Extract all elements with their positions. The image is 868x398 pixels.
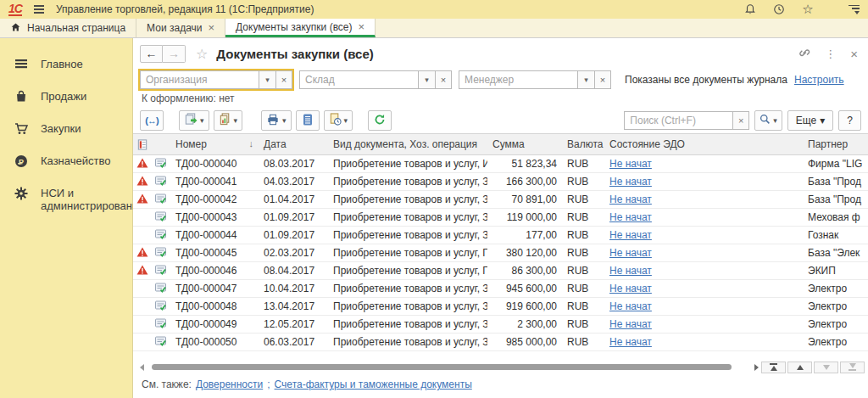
warehouse-clear-icon[interactable]: × bbox=[435, 70, 452, 89]
go-to-top-button[interactable] bbox=[761, 362, 786, 373]
column-edo-state[interactable]: Состояние ЭДО bbox=[604, 138, 803, 150]
edo-exchange-icon: (↔) bbox=[145, 115, 158, 126]
scrollbar-track[interactable] bbox=[147, 363, 751, 371]
edo-documents-button[interactable]: ▾ bbox=[324, 110, 353, 131]
edo-state-link[interactable]: Не начат bbox=[609, 283, 652, 294]
edo-state-link[interactable]: Не начат bbox=[609, 265, 652, 277]
table-row[interactable]: ТД00-000047 10.04.2017 Приобретение това… bbox=[133, 280, 868, 298]
back-button[interactable]: ← bbox=[140, 45, 163, 63]
scroll-right-icon[interactable] bbox=[753, 364, 760, 371]
see-also-row: См. также: Доверенности ; Счета-фактуры … bbox=[133, 373, 868, 392]
create-based-on-button[interactable]: ▾ bbox=[179, 110, 209, 131]
document-currency: RUB bbox=[562, 300, 604, 312]
warning-icon bbox=[136, 265, 148, 277]
table-row[interactable]: ТД00-000045 02.03.2017 Приобретение това… bbox=[133, 244, 868, 262]
warning-icon bbox=[136, 247, 148, 260]
sidebar-item-purchases[interactable]: Закупки bbox=[0, 113, 132, 145]
warehouse-input[interactable] bbox=[299, 70, 418, 89]
edo-exchange-button[interactable]: (↔) bbox=[140, 110, 164, 131]
scroll-up-button[interactable] bbox=[787, 362, 812, 373]
organization-filter: ▾ × bbox=[140, 70, 292, 89]
print-button[interactable]: ▾ bbox=[261, 110, 292, 131]
search-clear-icon[interactable]: × bbox=[732, 111, 749, 130]
edo-state-link[interactable]: Не начат bbox=[609, 176, 652, 188]
table-row[interactable]: ТД00-000046 08.04.2017 Приобретение това… bbox=[133, 262, 868, 280]
organization-clear-icon[interactable]: × bbox=[275, 70, 292, 89]
see-also-link-powers-of-attorney[interactable]: Доверенности bbox=[196, 378, 263, 390]
1c-logo[interactable]: 1С bbox=[8, 3, 22, 16]
more-actions-button[interactable]: Еще ▾ bbox=[787, 110, 833, 131]
scrollbar-thumb[interactable] bbox=[152, 364, 732, 370]
reports-button[interactable]: ▾ bbox=[214, 110, 243, 131]
column-sum[interactable]: Сумма bbox=[487, 138, 562, 150]
column-number[interactable]: Номер↓ bbox=[170, 138, 259, 150]
edo-state-link[interactable]: Не начат bbox=[609, 247, 652, 259]
edo-state-link[interactable]: Не начат bbox=[609, 193, 652, 205]
document-type: Приобретение товаров и услуг, Прие… bbox=[328, 247, 487, 259]
more-menu-icon[interactable]: ⋮ bbox=[825, 48, 836, 60]
edo-state-link[interactable]: Не начат bbox=[609, 229, 652, 241]
link-icon[interactable] bbox=[798, 46, 810, 61]
table-row[interactable]: ТД00-000044 01.09.2017 Приобретение това… bbox=[133, 227, 868, 244]
tab-my-tasks[interactable]: Мои задачи × bbox=[136, 19, 225, 37]
table-row[interactable]: ТД00-000041 04.03.2017 Приобретение това… bbox=[133, 173, 868, 191]
scroll-left-icon[interactable] bbox=[138, 364, 145, 371]
edo-state-link[interactable]: Не начат bbox=[609, 211, 652, 223]
reports-icon bbox=[219, 113, 231, 128]
search-field: × bbox=[624, 111, 749, 130]
edo-state-link[interactable]: Не начат bbox=[609, 318, 652, 330]
edo-state-link[interactable]: Не начат bbox=[609, 158, 652, 170]
scroll-down-button[interactable] bbox=[814, 362, 838, 373]
column-currency[interactable]: Валюта bbox=[562, 138, 604, 150]
manager-dropdown-icon[interactable]: ▾ bbox=[577, 70, 594, 89]
table-row[interactable]: ТД00-000042 01.04.2017 Приобретение това… bbox=[133, 191, 868, 209]
document-number: ТД00-000045 bbox=[170, 247, 259, 259]
edo-state-link[interactable]: Не начат bbox=[609, 336, 652, 348]
column-doc-type[interactable]: Вид документа, Хоз. операция bbox=[328, 138, 487, 150]
go-to-bottom-button[interactable] bbox=[840, 362, 865, 373]
document-number: ТД00-000048 bbox=[170, 300, 259, 312]
tab-close-icon[interactable]: × bbox=[359, 22, 365, 32]
document-sum: 2 300,00 bbox=[487, 318, 562, 330]
search-input[interactable] bbox=[624, 111, 732, 130]
organization-dropdown-icon[interactable]: ▾ bbox=[259, 70, 275, 89]
tab-purchase-documents[interactable]: Документы закупки (все) × bbox=[225, 19, 376, 37]
document-date: 13.04.2017 bbox=[259, 300, 328, 312]
notifications-bell-icon[interactable] bbox=[743, 3, 757, 16]
document-currency: RUB bbox=[562, 158, 604, 170]
warehouse-dropdown-icon[interactable]: ▾ bbox=[418, 70, 435, 89]
sidebar-item-main[interactable]: Главное bbox=[0, 48, 132, 81]
see-also-link-invoices[interactable]: Счета-фактуры и таможенные документы bbox=[275, 378, 472, 390]
search-button[interactable]: ▾ bbox=[754, 110, 782, 131]
manager-clear-icon[interactable]: × bbox=[594, 70, 611, 89]
sidebar-item-admin[interactable]: НСИ и администрирование bbox=[0, 177, 132, 221]
edo-state-link[interactable]: Не начат bbox=[609, 300, 652, 312]
main-menu-icon[interactable] bbox=[34, 5, 44, 14]
refresh-button[interactable] bbox=[368, 110, 392, 131]
close-form-icon[interactable]: × bbox=[850, 47, 858, 61]
column-edo-state-icon[interactable] bbox=[133, 139, 152, 150]
register-button[interactable] bbox=[296, 110, 320, 131]
manager-input[interactable] bbox=[459, 70, 577, 89]
service-menu-icon[interactable] bbox=[849, 5, 860, 14]
tab-close-icon[interactable]: × bbox=[209, 23, 215, 33]
document-date: 06.03.2017 bbox=[259, 336, 328, 348]
table-row[interactable]: ТД00-000043 01.09.2017 Приобретение това… bbox=[133, 209, 868, 227]
table-row[interactable]: ТД00-000050 06.03.2017 Приобретение това… bbox=[133, 334, 868, 351]
sidebar-item-treasury[interactable]: Р Казначейство bbox=[0, 145, 132, 177]
table-row[interactable]: ТД00-000048 13.04.2017 Приобретение това… bbox=[133, 298, 868, 316]
table-row[interactable]: ТД00-000040 08.03.2017 Приобретение това… bbox=[133, 155, 868, 173]
organization-input[interactable] bbox=[140, 70, 259, 89]
favorite-star-icon[interactable]: ☆ bbox=[196, 46, 208, 62]
document-currency: RUB bbox=[562, 336, 604, 348]
help-button[interactable]: ? bbox=[838, 110, 861, 131]
sidebar-item-sales[interactable]: Продажи bbox=[0, 81, 132, 113]
tab-home[interactable]: Начальная страница bbox=[0, 19, 136, 37]
forward-button[interactable]: → bbox=[163, 45, 186, 63]
table-row[interactable]: ТД00-000049 12.05.2017 Приобретение това… bbox=[133, 316, 868, 334]
column-date[interactable]: Дата bbox=[259, 138, 328, 150]
favorites-star-icon[interactable]: ☆ bbox=[801, 3, 815, 16]
column-partner[interactable]: Партнер bbox=[803, 138, 868, 150]
configure-link[interactable]: Настроить bbox=[794, 74, 844, 86]
history-clock-icon[interactable] bbox=[772, 3, 786, 16]
